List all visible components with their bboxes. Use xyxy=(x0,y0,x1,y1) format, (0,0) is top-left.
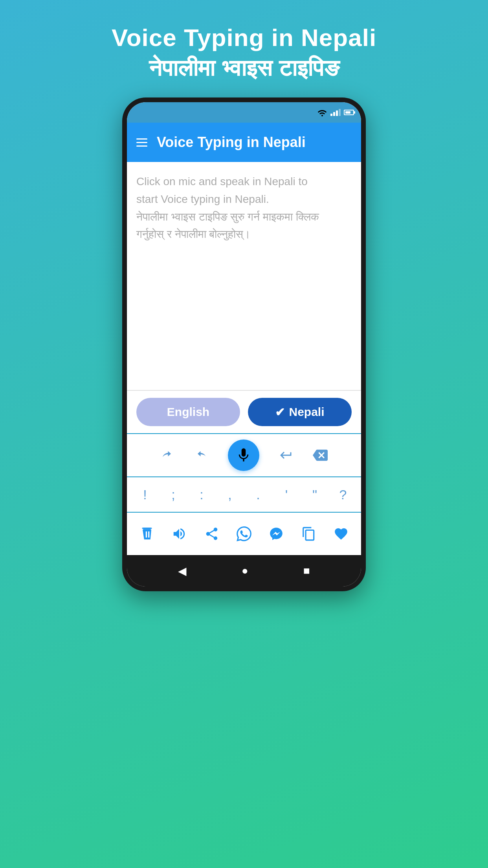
language-bar: English ✔ Nepali xyxy=(127,390,361,433)
mic-button[interactable] xyxy=(228,440,259,471)
punct-question[interactable]: ? xyxy=(329,487,357,502)
phone-inner: Voice Typing in Nepali Click on mic and … xyxy=(127,102,361,587)
placeholder-line1: Click on mic and speak in Nepali to xyxy=(136,175,308,188)
mic-icon xyxy=(235,447,252,463)
signal-icon xyxy=(330,109,341,116)
enter-button[interactable] xyxy=(279,448,293,462)
page-title-nepali: नेपालीमा भ्वाइस टाइपिङ xyxy=(112,55,376,82)
backspace-button[interactable] xyxy=(313,448,328,463)
nepali-language-button[interactable]: ✔ Nepali xyxy=(248,398,352,426)
page-title-area: Voice Typing in Nepali नेपालीमा भ्वाइस ट… xyxy=(112,0,376,82)
svg-rect-0 xyxy=(142,528,152,529)
placeholder-text: Click on mic and speak in Nepali to star… xyxy=(136,173,352,243)
messenger-button[interactable] xyxy=(262,520,290,548)
enter-icon xyxy=(279,448,293,462)
app-bar: Voice Typing in Nepali xyxy=(127,123,361,162)
app-bar-title: Voice Typing in Nepali xyxy=(157,134,306,151)
punct-colon[interactable]: : xyxy=(188,487,215,502)
nepali-label: Nepali xyxy=(289,405,324,419)
punct-comma[interactable]: , xyxy=(216,487,244,502)
nav-home-button[interactable]: ● xyxy=(242,565,248,577)
speaker-icon xyxy=(172,526,187,541)
messenger-icon xyxy=(269,526,284,541)
english-language-button[interactable]: English xyxy=(136,398,240,426)
heart-icon xyxy=(334,526,349,541)
whatsapp-button[interactable] xyxy=(230,520,258,548)
forward-icon xyxy=(160,448,174,462)
copy-button[interactable] xyxy=(295,520,323,548)
back-button[interactable] xyxy=(194,448,208,462)
status-icons xyxy=(317,108,354,116)
nav-bar: ◀ ● ■ xyxy=(127,555,361,587)
nepali-check-icon: ✔ xyxy=(275,405,285,419)
clear-button[interactable] xyxy=(133,520,161,548)
undo-icon xyxy=(194,448,208,462)
placeholder-line4: गर्नुहोस् र नेपालीमा बोल्नुहोस्। xyxy=(136,228,251,240)
nav-back-button[interactable]: ◀ xyxy=(178,565,187,577)
hamburger-icon[interactable] xyxy=(136,138,147,147)
forward-button[interactable] xyxy=(160,448,174,462)
status-bar xyxy=(127,102,361,123)
punct-semicolon[interactable]: ; xyxy=(160,487,187,502)
speaker-button[interactable] xyxy=(165,520,193,548)
copy-icon xyxy=(301,526,316,541)
favorite-button[interactable] xyxy=(327,520,355,548)
punct-apostrophe[interactable]: ' xyxy=(273,487,300,502)
page-title-english: Voice Typing in Nepali xyxy=(112,24,376,51)
punctuation-row: ! ; : , . ' " ? xyxy=(127,476,361,512)
phone-shell: Voice Typing in Nepali Click on mic and … xyxy=(122,97,366,591)
punct-exclaim[interactable]: ! xyxy=(131,487,159,502)
mic-row xyxy=(127,433,361,476)
wifi-icon xyxy=(317,108,327,116)
punct-period[interactable]: . xyxy=(244,487,272,502)
clear-icon xyxy=(139,526,154,541)
battery-icon xyxy=(344,110,354,115)
bottom-toolbar xyxy=(127,512,361,555)
placeholder-line2: start Voice typing in Nepali. xyxy=(136,193,269,205)
nav-recent-button[interactable]: ■ xyxy=(303,565,310,577)
svg-rect-1 xyxy=(143,529,151,530)
punct-quote[interactable]: " xyxy=(301,487,328,502)
content-area[interactable]: Click on mic and speak in Nepali to star… xyxy=(127,162,361,390)
backspace-icon xyxy=(313,448,328,463)
placeholder-line3: नेपालीमा भ्वाइस टाइपिङ सुरु गर्न माइकमा … xyxy=(136,211,319,223)
share-button[interactable] xyxy=(198,520,226,548)
share-icon xyxy=(204,526,219,541)
whatsapp-icon xyxy=(237,526,251,541)
